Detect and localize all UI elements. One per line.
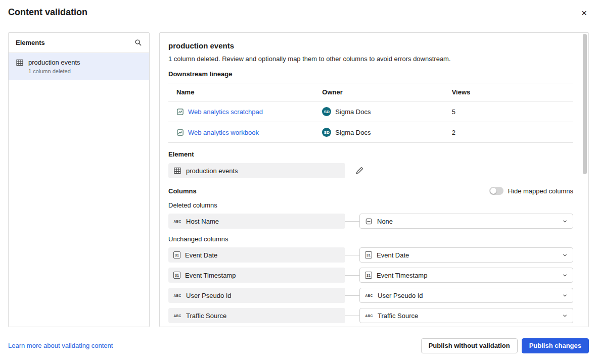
source-column: 31 Event Timestamp [168, 268, 345, 283]
source-column-name: User Pseudo Id [186, 292, 232, 299]
toggle-label: Hide mapped columns [508, 187, 573, 195]
date-type-icon: 31 [365, 272, 372, 279]
source-column-name: Event Timestamp [185, 272, 236, 279]
connector-line [345, 221, 359, 222]
chevron-down-icon [562, 273, 568, 278]
source-column-name: Host Name [186, 218, 219, 225]
views-count: 2 [444, 122, 573, 143]
hide-mapped-control: Hide mapped columns [489, 187, 573, 195]
text-type-icon: ABC [173, 294, 181, 297]
mapping-dropdown[interactable]: 31 Event Timestamp [359, 268, 573, 283]
mapping-value: None [377, 218, 393, 225]
text-type-icon: ABC [173, 220, 181, 223]
scrollbar-track [583, 34, 587, 326]
views-count: 5 [444, 101, 573, 122]
col-header-views: Views [444, 83, 573, 101]
element-row: production events [168, 163, 573, 178]
publish-changes-button[interactable]: Publish changes [522, 338, 589, 353]
search-icon[interactable] [134, 39, 142, 46]
mapping-value: Event Date [377, 251, 409, 259]
date-type-icon: 31 [173, 251, 180, 258]
element-field: production events [168, 163, 345, 178]
workbook-icon [176, 108, 184, 116]
modal-footer: Learn more about validating content Publ… [0, 327, 597, 364]
source-column-name: Traffic Source [186, 312, 226, 320]
sidebar-item-label: production events [28, 59, 80, 66]
source-column: ABC Host Name [168, 214, 345, 229]
connector-line [345, 295, 359, 296]
lineage-link[interactable]: Web analytics scratchpad [188, 108, 263, 116]
owner-name: Sigma Docs [335, 129, 371, 136]
scrollbar-thumb[interactable] [583, 34, 587, 174]
edit-icon[interactable] [354, 165, 365, 176]
lineage-row: Web analytics scratchpad SD Sigma Docs 5 [168, 101, 573, 122]
page-title: Content validation [8, 7, 87, 18]
element-description: 1 column deleted. Review and optionally … [168, 55, 573, 63]
text-type-icon: ABC [173, 314, 181, 318]
sidebar-item-production-events[interactable]: production events 1 column deleted [9, 53, 149, 80]
avatar: SD [322, 107, 331, 116]
validation-detail-panel: production events 1 column deleted. Revi… [159, 32, 589, 327]
column-mapping-row: ABC Traffic Source ABC Traffic Source [168, 308, 573, 323]
chevron-down-icon [562, 293, 568, 298]
mapping-value: Event Timestamp [377, 272, 427, 279]
lineage-heading: Downstream lineage [168, 70, 573, 78]
hide-mapped-toggle[interactable] [489, 187, 503, 195]
sidebar-heading: Elements [16, 39, 45, 46]
lineage-link[interactable]: Web analytics workbook [188, 129, 259, 136]
mapping-dropdown[interactable]: ABC Traffic Source [359, 308, 573, 323]
column-mapping-row: 31 Event Date 31 Event Date [168, 247, 573, 263]
none-icon [365, 218, 373, 225]
columns-heading: Columns [168, 187, 197, 195]
table-icon [173, 167, 181, 175]
chevron-down-icon [562, 219, 568, 224]
connector-line [345, 275, 359, 276]
column-mapping-row: 31 Event Timestamp 31 Event Timestamp [168, 268, 573, 283]
elements-sidebar: Elements production events 1 column dele… [8, 32, 150, 327]
avatar: SD [322, 128, 331, 137]
modal-body: Elements production events 1 column dele… [0, 32, 597, 327]
lineage-header-row: Name Owner Views [168, 83, 573, 101]
mapping-value: User Pseudo Id [378, 292, 423, 299]
text-type-icon: ABC [365, 314, 373, 318]
element-section-heading: Element [168, 150, 573, 158]
col-header-name: Name [168, 83, 314, 101]
source-column: ABC User Pseudo Id [168, 288, 345, 303]
date-type-icon: 31 [173, 272, 180, 279]
owner-name: Sigma Docs [335, 108, 371, 116]
mapping-dropdown[interactable]: None [359, 214, 573, 229]
sidebar-item-status: 1 column deleted [28, 68, 80, 74]
connector-line [345, 255, 359, 255]
mapping-dropdown[interactable]: ABC User Pseudo Id [359, 288, 573, 303]
col-header-owner: Owner [314, 83, 443, 101]
column-mapping-row: ABC User Pseudo Id ABC User Pseudo Id [168, 288, 573, 303]
connector-line [345, 316, 359, 316]
source-column-name: Event Date [185, 251, 217, 259]
close-icon[interactable]: × [579, 7, 589, 19]
columns-header: Columns Hide mapped columns [168, 187, 573, 195]
mapping-value: Traffic Source [378, 312, 418, 320]
text-type-icon: ABC [365, 294, 373, 297]
workbook-icon [176, 129, 184, 136]
publish-without-validation-button[interactable]: Publish without validation [421, 338, 518, 353]
learn-more-link[interactable]: Learn more about validating content [8, 342, 113, 349]
source-column: 31 Event Date [168, 247, 345, 263]
sidebar-header: Elements [9, 33, 149, 53]
source-column: ABC Traffic Source [168, 308, 345, 323]
deleted-columns-label: Deleted columns [168, 201, 573, 209]
column-mapping-row: ABC Host Name None [168, 214, 573, 229]
element-field-value: production events [186, 167, 238, 175]
lineage-row: Web analytics workbook SD Sigma Docs 2 [168, 122, 573, 143]
table-icon [16, 59, 24, 67]
mapping-dropdown[interactable]: 31 Event Date [359, 247, 573, 263]
date-type-icon: 31 [365, 251, 372, 258]
lineage-table: Name Owner Views Web analytics scratchpa… [168, 83, 573, 143]
unchanged-columns-label: Unchanged columns [168, 235, 573, 243]
element-title: production events [168, 41, 573, 50]
modal-header: Content validation × [0, 0, 597, 32]
chevron-down-icon [562, 313, 568, 319]
chevron-down-icon [562, 252, 568, 258]
